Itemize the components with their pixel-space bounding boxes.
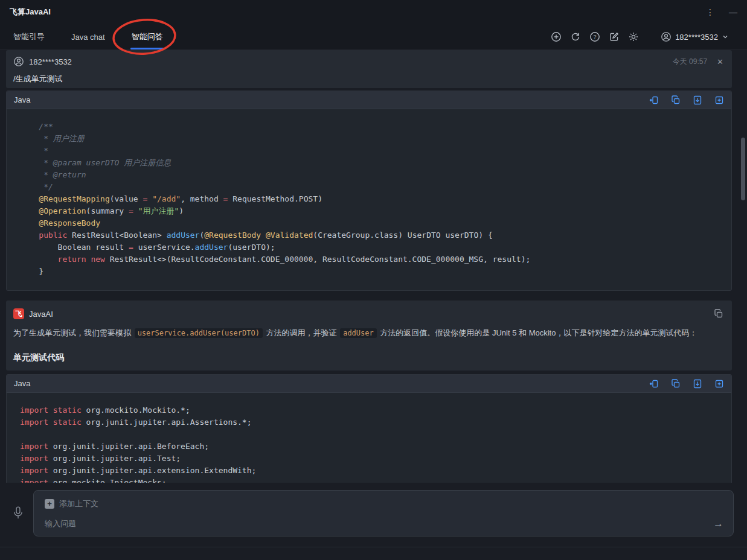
code-block-unit-test: Java import static org.mockit <box>6 374 732 483</box>
tab-label: Java chat <box>71 33 105 42</box>
toolbar-actions: ? 182****3532 <box>551 24 747 49</box>
more-menu-icon[interactable]: ⋮ <box>706 7 714 17</box>
window-controls: ⋮ — <box>706 7 737 17</box>
code-language-label: Java <box>14 95 30 104</box>
close-message-icon[interactable]: ✕ <box>717 57 723 66</box>
new-file-plus-icon[interactable] <box>714 379 724 389</box>
code-block-source: Java /** * 用户注册 * <box>6 91 732 291</box>
message-timestamp: 今天 09:57 <box>673 57 707 67</box>
send-arrow-icon[interactable]: → <box>713 518 723 530</box>
chevron-down-icon <box>722 33 729 40</box>
bottom-strip <box>0 547 747 560</box>
question-input[interactable]: + 添加上下文 输入问题 → <box>33 490 734 536</box>
add-context-plus-icon[interactable]: + <box>45 499 54 509</box>
active-tab-underline <box>130 48 164 49</box>
user-message-text: /生成单元测试 <box>13 74 723 84</box>
tabs: 智能引导 Java chat 智能问答 <box>0 24 163 49</box>
add-context-row[interactable]: + 添加上下文 <box>45 498 722 509</box>
ai-message-name: JavaAI <box>29 310 53 319</box>
javaai-logo-icon: 飞 <box>13 308 24 319</box>
app-window: 飞算JavaAI ⋮ — 智能引导 Java chat 智能问答 <box>0 0 747 560</box>
new-file-plus-icon[interactable] <box>714 95 724 105</box>
export-file-icon[interactable] <box>693 379 702 389</box>
user-message-name: 182****3532 <box>29 57 72 66</box>
code-block-header: Java <box>7 375 731 393</box>
tab-label: 智能问答 <box>132 31 163 42</box>
settings-gear-icon[interactable] <box>628 31 639 42</box>
composer: + 添加上下文 输入问题 → <box>0 483 747 547</box>
tab-smart-guide[interactable]: 智能引导 <box>13 24 45 49</box>
ai-message: 飞 JavaAI 为了生成单元测试，我们需要模拟 userService.add… <box>6 301 732 371</box>
user-message: 182****3532 今天 09:57 ✕ /生成单元测试 <box>6 50 732 88</box>
titlebar: 飞算JavaAI ⋮ — <box>0 0 747 24</box>
help-icon[interactable]: ? <box>589 31 600 42</box>
copy-code-icon[interactable] <box>671 95 681 105</box>
copy-code-icon[interactable] <box>671 379 681 389</box>
tabbar: 智能引导 Java chat 智能问答 ? <box>0 24 747 50</box>
add-context-label: 添加上下文 <box>59 498 98 509</box>
tab-smart-qa[interactable]: 智能问答 <box>132 24 163 49</box>
export-file-icon[interactable] <box>693 95 702 105</box>
code-actions <box>649 379 724 389</box>
ai-message-header: 飞 JavaAI <box>13 308 723 320</box>
user-avatar-icon <box>661 31 672 42</box>
vertical-scrollbar-thumb[interactable] <box>741 138 745 200</box>
code-content[interactable]: import static org.mockito.Mockito.*;impo… <box>7 393 731 483</box>
ai-section-title: 单元测试代码 <box>13 352 723 363</box>
insert-code-icon[interactable] <box>649 379 659 389</box>
ai-message-paragraph: 为了生成单元测试，我们需要模拟 userService.addUser(user… <box>13 327 723 339</box>
tab-label: 智能引导 <box>13 31 45 42</box>
copy-message-icon[interactable] <box>714 309 723 319</box>
new-chat-plus-icon[interactable] <box>551 31 562 42</box>
input-placeholder: 输入问题 <box>45 518 722 529</box>
svg-text:?: ? <box>594 34 597 40</box>
code-actions <box>649 95 724 105</box>
insert-code-icon[interactable] <box>649 95 659 105</box>
user-avatar-icon <box>13 56 24 67</box>
account-name: 182****3532 <box>675 33 718 42</box>
user-message-header: 182****3532 今天 09:57 ✕ <box>13 56 723 68</box>
tab-java-chat[interactable]: Java chat <box>71 24 105 49</box>
code-block-header: Java <box>7 91 731 109</box>
microphone-icon[interactable] <box>12 504 24 523</box>
chat-area: 182****3532 今天 09:57 ✕ /生成单元测试 Java <box>0 50 747 483</box>
history-icon[interactable] <box>570 31 581 42</box>
code-language-label: Java <box>14 379 30 388</box>
edit-compose-icon[interactable] <box>609 31 620 42</box>
minimize-icon[interactable]: — <box>729 7 737 17</box>
code-content[interactable]: /** * 用户注册 * * @param userDTO 用户注册信息 * @… <box>7 109 731 290</box>
app-title: 飞算JavaAI <box>10 7 51 18</box>
account-menu[interactable]: 182****3532 <box>661 31 729 42</box>
